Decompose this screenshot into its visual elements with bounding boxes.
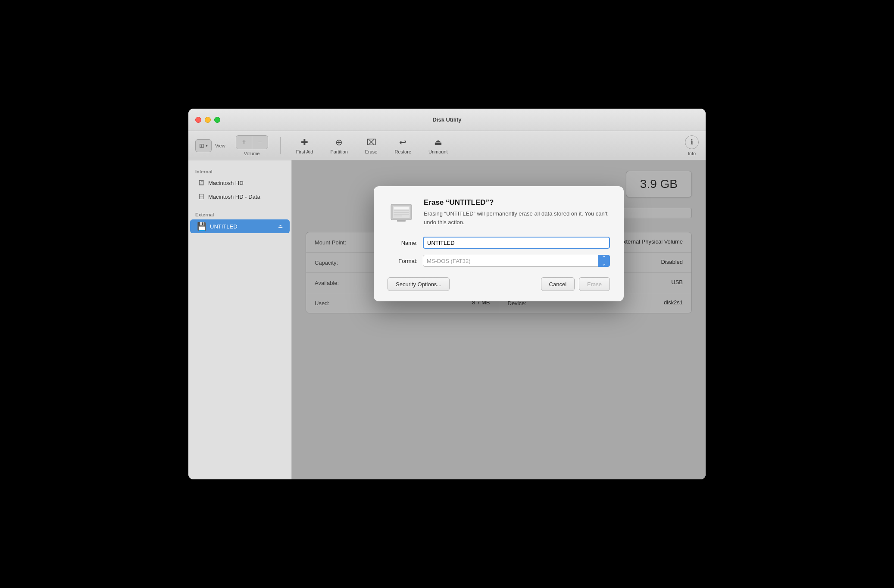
erase-button[interactable]: ⌧ Erase xyxy=(362,135,381,156)
chevron-down-icon: ▾ xyxy=(206,143,208,148)
eject-icon: ⏏ xyxy=(278,223,283,229)
sidebar: Internal 🖥 Macintosh HD 🖥 Macintosh HD -… xyxy=(188,160,292,479)
content-area: 3.9 GB Mount Point: /Volumes/UNTITLED Ty… xyxy=(292,160,706,479)
erase-label: Erase xyxy=(365,149,378,154)
view-button[interactable]: ⊞ ▾ xyxy=(195,139,212,152)
erase-dialog: Erase “UNTITLED”? Erasing “UNTITLED” wil… xyxy=(374,186,624,301)
traffic-lights xyxy=(195,117,220,123)
svg-rect-3 xyxy=(394,210,409,211)
sidebar-external-label: External xyxy=(188,209,291,219)
remove-volume-button[interactable]: － xyxy=(252,136,268,149)
toolbar-view-section: ⊞ ▾ View xyxy=(195,139,225,152)
volume-section: ＋ － Volume xyxy=(236,135,268,156)
volume-button-group: ＋ － xyxy=(236,135,268,149)
toolbar: ⊞ ▾ View ＋ － Volume ✚ First Aid ⊕ Partit… xyxy=(188,131,706,160)
security-options-button[interactable]: Security Options... xyxy=(388,277,450,291)
modal-description: Erasing “UNTITLED” will permanently eras… xyxy=(424,210,610,226)
format-label: Format: xyxy=(388,258,418,264)
sidebar-internal-label: Internal xyxy=(188,166,291,176)
minimize-button[interactable] xyxy=(205,117,211,123)
partition-button[interactable]: ⊕ Partition xyxy=(327,135,351,156)
partition-label: Partition xyxy=(330,149,347,154)
modal-header: Erase “UNTITLED”? Erasing “UNTITLED” wil… xyxy=(388,198,610,226)
disk-image xyxy=(388,198,415,226)
svg-rect-2 xyxy=(394,207,409,210)
name-label: Name: xyxy=(388,240,418,246)
info-section: ℹ Info xyxy=(685,135,699,156)
sidebar-item-macintosh-hd-data-label: Macintosh HD - Data xyxy=(208,194,260,200)
title-bar: Disk Utility xyxy=(188,109,706,131)
first-aid-label: First Aid xyxy=(296,149,313,154)
svg-rect-4 xyxy=(394,212,409,213)
sidebar-item-macintosh-hd[interactable]: 🖥 Macintosh HD xyxy=(190,176,290,190)
add-volume-button[interactable]: ＋ xyxy=(236,136,252,149)
maximize-button[interactable] xyxy=(214,117,220,123)
unmount-label: Unmount xyxy=(428,149,448,154)
view-icon: ⊞ xyxy=(199,142,204,149)
unmount-button[interactable]: ⏏ Unmount xyxy=(425,135,451,156)
view-label: View xyxy=(215,143,225,148)
close-button[interactable] xyxy=(195,117,201,123)
sidebar-item-macintosh-hd-data[interactable]: 🖥 Macintosh HD - Data xyxy=(190,190,290,203)
main-content: Internal 🖥 Macintosh HD 🖥 Macintosh HD -… xyxy=(188,160,706,479)
svg-rect-6 xyxy=(394,216,402,216)
app-window: Disk Utility ⊞ ▾ View ＋ － Volume ✚ First… xyxy=(188,109,706,479)
info-label: Info xyxy=(688,151,696,156)
restore-icon: ↩ xyxy=(399,137,406,147)
erase-icon: ⌧ xyxy=(366,137,376,147)
cancel-button[interactable]: Cancel xyxy=(541,277,575,291)
modal-right-buttons: Cancel Erase xyxy=(541,277,610,291)
window-title: Disk Utility xyxy=(432,116,461,123)
disk-icon-3: 💾 xyxy=(197,222,206,231)
sidebar-item-macintosh-hd-label: Macintosh HD xyxy=(208,180,244,186)
sidebar-item-untitled-label: UNTITLED xyxy=(210,223,238,230)
form-row-format: Format: MS-DOS (FAT32) ExFAT APFS Mac OS… xyxy=(388,255,610,267)
first-aid-icon: ✚ xyxy=(301,137,308,147)
modal-buttons: Security Options... Cancel Erase xyxy=(388,277,610,291)
unmount-icon: ⏏ xyxy=(434,137,442,147)
restore-label: Restore xyxy=(395,149,412,154)
format-select[interactable]: MS-DOS (FAT32) ExFAT APFS Mac OS Extende… xyxy=(423,255,610,267)
disk-icon: 🖥 xyxy=(197,178,205,188)
volume-label: Volume xyxy=(244,151,260,156)
form-row-name: Name: xyxy=(388,237,610,249)
disk-svg xyxy=(389,200,413,224)
svg-rect-5 xyxy=(394,214,409,215)
first-aid-button[interactable]: ✚ First Aid xyxy=(293,135,317,156)
format-select-wrapper: MS-DOS (FAT32) ExFAT APFS Mac OS Extende… xyxy=(423,255,610,267)
modal-overlay: Erase “UNTITLED”? Erasing “UNTITLED” wil… xyxy=(292,160,706,479)
info-button[interactable]: ℹ xyxy=(685,135,699,149)
partition-icon: ⊕ xyxy=(335,137,343,147)
sidebar-item-untitled[interactable]: 💾 UNTITLED ⏏ xyxy=(190,219,290,233)
modal-title: Erase “UNTITLED”? xyxy=(424,198,610,207)
modal-form: Name: Format: MS-DOS (FAT32) ExFAT APFS xyxy=(388,237,610,267)
erase-confirm-button[interactable]: Erase xyxy=(579,277,610,291)
disk-icon-2: 🖥 xyxy=(197,192,205,201)
toolbar-separator-1 xyxy=(280,137,281,154)
restore-button[interactable]: ↩ Restore xyxy=(391,135,415,156)
svg-rect-7 xyxy=(397,220,406,222)
modal-header-text: Erase “UNTITLED”? Erasing “UNTITLED” wil… xyxy=(424,198,610,226)
name-input[interactable] xyxy=(423,237,610,249)
